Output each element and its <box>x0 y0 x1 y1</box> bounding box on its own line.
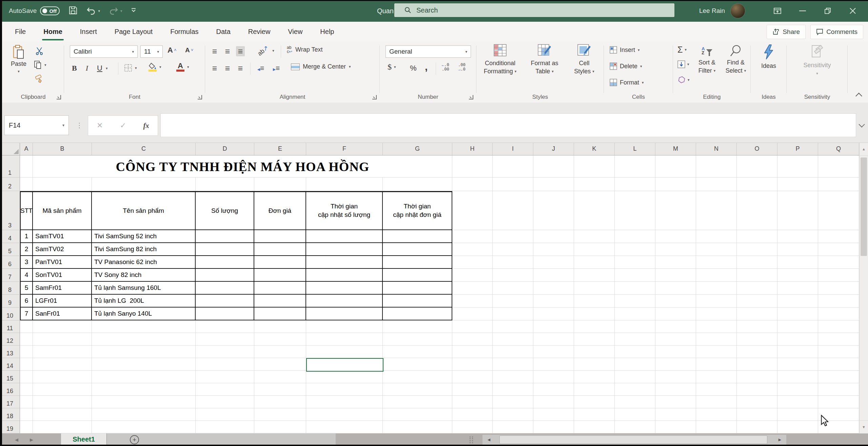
cell-Q13[interactable] <box>818 346 859 358</box>
cell-P4[interactable] <box>777 230 818 243</box>
row-header-7[interactable]: 7 <box>0 269 20 282</box>
cell-B7[interactable]: SonTV01 <box>33 269 92 282</box>
cell-H9[interactable] <box>452 295 493 308</box>
cell-E8[interactable] <box>254 282 306 295</box>
insert-cells-button[interactable]: Insert ▾ <box>610 46 640 54</box>
cell-P14[interactable] <box>777 358 818 371</box>
column-header-I[interactable]: I <box>493 143 533 155</box>
formula-input[interactable] <box>160 113 856 137</box>
cell-I7[interactable] <box>493 269 533 282</box>
font-name-select[interactable]: Calibri▾ <box>70 45 138 58</box>
cell-L6[interactable] <box>615 256 655 269</box>
cell-L11[interactable] <box>615 320 655 333</box>
cell-G12[interactable] <box>383 333 452 346</box>
cell-F8[interactable] <box>306 282 383 295</box>
cell-A6[interactable]: 3 <box>20 256 33 269</box>
cell-I5[interactable] <box>493 243 533 256</box>
orientation-dropdown-icon[interactable]: ▾ <box>272 49 274 53</box>
cell-O5[interactable] <box>737 243 777 256</box>
cell-E1[interactable] <box>254 155 306 178</box>
cell-M19[interactable] <box>655 421 696 433</box>
sort-filter-button[interactable]: AZ Sort & Filter▾ <box>693 44 721 74</box>
cell-N15[interactable] <box>696 371 737 383</box>
cell-N8[interactable] <box>696 282 737 295</box>
cell-N2[interactable] <box>696 178 737 191</box>
cell-E12[interactable] <box>254 333 306 346</box>
cell-H3[interactable] <box>452 191 493 230</box>
delete-dropdown-icon[interactable]: ▾ <box>640 64 642 68</box>
cell-B12[interactable] <box>33 333 92 346</box>
cell-Q1[interactable] <box>818 155 859 178</box>
cell-D3[interactable]: Số lượng <box>196 191 254 230</box>
cell-G11[interactable] <box>383 320 452 333</box>
cell-I4[interactable] <box>493 230 533 243</box>
tabbar-resize-grip[interactable] <box>470 433 473 446</box>
cell-C5[interactable]: Tivi SamSung 82 inch <box>92 243 196 256</box>
cell-M14[interactable] <box>655 358 696 371</box>
cell-F7[interactable] <box>306 269 383 282</box>
cell-Q4[interactable] <box>818 230 859 243</box>
horizontal-scrollbar-track[interactable] <box>495 435 773 445</box>
cell-O2[interactable] <box>737 178 777 191</box>
cell-C8[interactable]: Tủ lạnh Samsung 160L <box>92 282 196 295</box>
scroll-left-icon[interactable]: ◀ <box>482 435 495 445</box>
cell-A13[interactable] <box>20 346 33 358</box>
undo-button[interactable]: ▾ <box>86 7 100 15</box>
cell-N5[interactable] <box>696 243 737 256</box>
cell-G1[interactable] <box>383 155 452 178</box>
cell-C17[interactable] <box>92 396 196 408</box>
cell-H19[interactable] <box>452 421 493 433</box>
cell-Q17[interactable] <box>818 396 859 408</box>
customize-qat-icon[interactable] <box>131 8 136 14</box>
cell-O16[interactable] <box>737 383 777 396</box>
cell-I13[interactable] <box>493 346 533 358</box>
cell-M5[interactable] <box>655 243 696 256</box>
tab-view[interactable]: View <box>279 22 311 41</box>
top-align-icon[interactable]: ≡ <box>210 46 219 56</box>
row-header-1[interactable]: 1 <box>0 155 20 178</box>
cell-J14[interactable] <box>533 358 574 371</box>
cell-K4[interactable] <box>574 230 615 243</box>
cell-I3[interactable] <box>493 191 533 230</box>
cell-D11[interactable] <box>196 320 254 333</box>
cell-Q5[interactable] <box>818 243 859 256</box>
cell-M11[interactable] <box>655 320 696 333</box>
column-header-L[interactable]: L <box>615 143 655 155</box>
cell-B11[interactable] <box>33 320 92 333</box>
cell-N13[interactable] <box>696 346 737 358</box>
cell-B18[interactable] <box>33 408 92 421</box>
new-sheet-icon[interactable]: + <box>130 435 139 444</box>
cell-G19[interactable] <box>383 421 452 433</box>
column-header-J[interactable]: J <box>533 143 574 155</box>
cell-K12[interactable] <box>574 333 615 346</box>
scroll-down-icon[interactable]: ▼ <box>860 420 868 433</box>
cell-C1[interactable] <box>92 155 196 178</box>
horizontal-scrollbar-thumb[interactable] <box>499 435 767 444</box>
cell-P5[interactable] <box>777 243 818 256</box>
cell-C14[interactable] <box>92 358 196 371</box>
cell-P2[interactable] <box>777 178 818 191</box>
cell-N4[interactable] <box>696 230 737 243</box>
cell-L4[interactable] <box>615 230 655 243</box>
cell-B17[interactable] <box>33 396 92 408</box>
row-header-19[interactable]: 19 <box>0 421 20 433</box>
cell-A3[interactable]: STT <box>20 191 33 230</box>
cell-C7[interactable]: TV Sony 82 inch <box>92 269 196 282</box>
cell-G10[interactable] <box>383 308 452 320</box>
cell-O11[interactable] <box>737 320 777 333</box>
cell-G8[interactable] <box>383 282 452 295</box>
cell-I11[interactable] <box>493 320 533 333</box>
row-header-2[interactable]: 2 <box>0 178 20 191</box>
cell-D4[interactable] <box>196 230 254 243</box>
cut-button[interactable] <box>35 47 43 56</box>
cell-I10[interactable] <box>493 308 533 320</box>
cell-P12[interactable] <box>777 333 818 346</box>
format-as-table-dropdown-icon[interactable]: ▾ <box>552 70 554 73</box>
cell-B6[interactable]: PanTV01 <box>33 256 92 269</box>
column-header-B[interactable]: B <box>33 143 92 155</box>
cell-H5[interactable] <box>452 243 493 256</box>
row-header-16[interactable]: 16 <box>0 383 20 396</box>
row-header-6[interactable]: 6 <box>0 256 20 269</box>
tab-insert[interactable]: Insert <box>71 22 106 41</box>
cell-C15[interactable] <box>92 371 196 383</box>
